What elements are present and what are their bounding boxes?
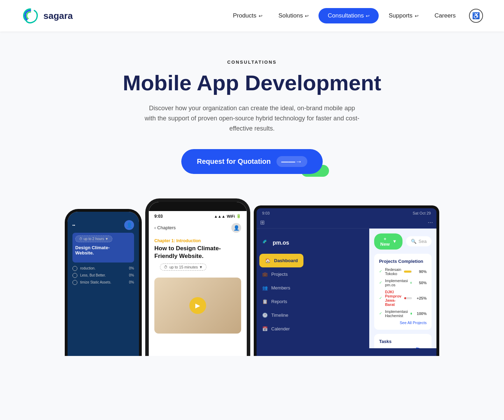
status-icons: ▲▲▲ WiFi 🔋 [214,214,241,218]
chapter-title: How to Design Climate-Friendly Website. [154,245,241,260]
project-bar-2 [404,297,406,299]
tablet-nav-dashboard[interactable]: 🏠 Dashboard [259,254,303,267]
nav-links: Products ↩ Solutions ↩ Consultations ↩ S… [226,8,483,23]
project-bar-wrap-0 [404,271,412,273]
cta-label: Request for Quotation [197,158,271,166]
phone-notch [182,203,214,211]
grid-icon: ⊞ [260,219,265,226]
project-row-2: ✓ DJKI Pemprov Jawa-Barat +25% [379,290,427,307]
time-badge: ⏱ up to 15 minutes ▼ [160,264,206,271]
supports-arrow-icon: ↩ [415,13,419,19]
navbar: sagara Products ↩ Solutions ↩ Consultati… [0,0,504,31]
phone-time: 9:03 [154,214,163,219]
tablet-time: 9:03 [262,211,270,215]
lp-row-2: Less, But Better. 0% [72,273,134,278]
hero-section: CONSULTATIONS Mobile App Development Dis… [0,31,504,195]
tasks-stats: In Progress 697 [379,348,427,348]
nav-products[interactable]: Products ↩ [226,9,268,23]
accessibility-button[interactable]: ♿ [469,9,483,23]
tasks-card: Tasks In Progress 697 [374,334,432,348]
nav-solutions[interactable]: Solutions ↩ [272,9,315,23]
phone-left-inner: ▪▪ 👤 ⏱ up to 2 hours ▼ Design Climate-We… [68,212,139,356]
lp-avatar: 👤 [124,220,134,230]
project-name-3: Implementasi Hachemist [385,309,408,318]
dashboard-icon: 🏠 [265,258,271,263]
consultations-arrow-icon: ↩ [366,13,370,19]
cta-wrapper: Request for Quotation ——→ [181,149,322,174]
project-bar-wrap-2 [404,297,412,299]
project-bar-wrap-1 [411,282,412,284]
phone-status-bar: 9:03 ▲▲▲ WiFi 🔋 [149,211,247,220]
project-pct-2: +25% [415,296,427,300]
phone-header: ‹ Chapters 👤 [149,220,247,236]
tablet-nav-timeline[interactable]: 🕐 Timeline [257,308,306,322]
project-check-3: ✓ [379,311,382,316]
mockups-section: ▪▪ 👤 ⏱ up to 2 hours ▼ Design Climate-We… [0,195,504,356]
tablet-logo-text: pm.os [273,240,289,246]
lp-status-bar: ▪▪ 👤 [72,219,134,233]
search-bar[interactable]: 🔍 Sea [406,236,432,246]
tablet-nav-members[interactable]: 👥 Members [257,281,306,295]
project-check-1: ✓ [379,280,382,285]
tablet-content: pm.os 🏠 Dashboard 💼 Projects 👥 Members 📋… [257,229,436,348]
lp-chapter-title: Design Climate-Website. [75,245,131,255]
hero-title: Mobile App Development [7,71,497,95]
back-button[interactable]: ‹ Chapters [154,225,176,230]
chapter-tag: Chapter 1: Introduction [154,238,241,243]
projects-completion-title: Projects Completion [379,259,427,264]
tablet-nav-reports[interactable]: 📋 Reports [257,295,306,308]
project-bar-0 [404,271,411,273]
cta-arrow-icon: ——→ [276,156,307,167]
profile-icon: 👤 [231,223,241,233]
tablet-main-area: + New ▼ 🔍 Sea Projects Completion ✓ Rede… [369,229,436,348]
new-chevron-icon: ▼ [392,239,397,244]
logo[interactable]: sagara [21,6,73,25]
hero-eyebrow: CONSULTATIONS [7,59,497,65]
logo-icon [21,6,40,25]
members-icon: 👥 [262,285,268,290]
tablet-date: Sat Oct 29 [413,211,431,215]
timeline-icon: 🕐 [262,313,268,318]
tasks-title: Tasks [379,339,427,344]
tablet-sidebar: pm.os 🏠 Dashboard 💼 Projects 👥 Members 📋… [257,229,306,348]
video-thumbnail[interactable]: ▶ [154,278,241,334]
calender-icon: 📅 [262,326,268,331]
new-button[interactable]: + New ▼ [374,233,402,250]
reports-icon: 📋 [262,299,268,304]
project-row-1: ✓ Implementasi pm.os 50% [379,279,427,287]
nav-consultations[interactable]: Consultations ↩ [318,8,379,23]
new-button-label: + New [380,236,390,247]
more-options-icon: ··· [428,219,433,226]
project-bar-3 [411,313,412,315]
products-arrow-icon: ↩ [259,13,262,19]
nav-careers[interactable]: Careers [428,9,462,23]
lp-time-badge: ⏱ up to 2 hours ▼ [75,236,112,242]
project-name-0: Redesain Tokoko [385,267,401,276]
nav-supports[interactable]: Supports ↩ [382,9,425,23]
project-bar-wrap-3 [411,313,412,315]
project-bar-1 [411,282,411,284]
project-name-2: DJKI Pemprov Jawa-Barat [385,290,401,307]
lp-row-3: timize Static Assets. 0% [72,280,134,285]
lp-checkbox-2 [72,273,77,278]
project-pct-1: 50% [415,281,427,285]
tablet-logo-icon [262,239,270,247]
projects-icon: 💼 [262,272,268,277]
tablet-nav-calender[interactable]: 📅 Calender [257,322,306,336]
lp-row-1: roduction. 0% [72,266,134,271]
lp-checkbox-1 [72,266,77,271]
tablet-nav-projects[interactable]: 💼 Projects [257,267,306,281]
solutions-arrow-icon: ↩ [305,13,309,19]
project-check-2: ✓ [379,296,382,300]
search-icon: 🔍 [411,239,416,244]
tablet-toolbar: ⊞ ··· [257,217,436,229]
phone-center-inner: 9:03 ▲▲▲ WiFi 🔋 ‹ Chapters 👤 Chapter 1: … [149,202,247,356]
see-all-projects[interactable]: See All Projects [379,321,427,325]
tablet-status-bar: 9:03 Sat Oct 29 [257,208,436,217]
cta-button[interactable]: Request for Quotation ——→ [181,149,322,174]
tablet-right: 9:03 Sat Oct 29 ⊞ ··· pm.os [254,205,439,356]
projects-completion-card: Projects Completion ✓ Redesain Tokoko 90… [374,254,432,330]
play-button[interactable]: ▶ [189,297,206,314]
tablet-logo: pm.os [257,236,306,254]
project-check-0: ✓ [379,269,382,274]
